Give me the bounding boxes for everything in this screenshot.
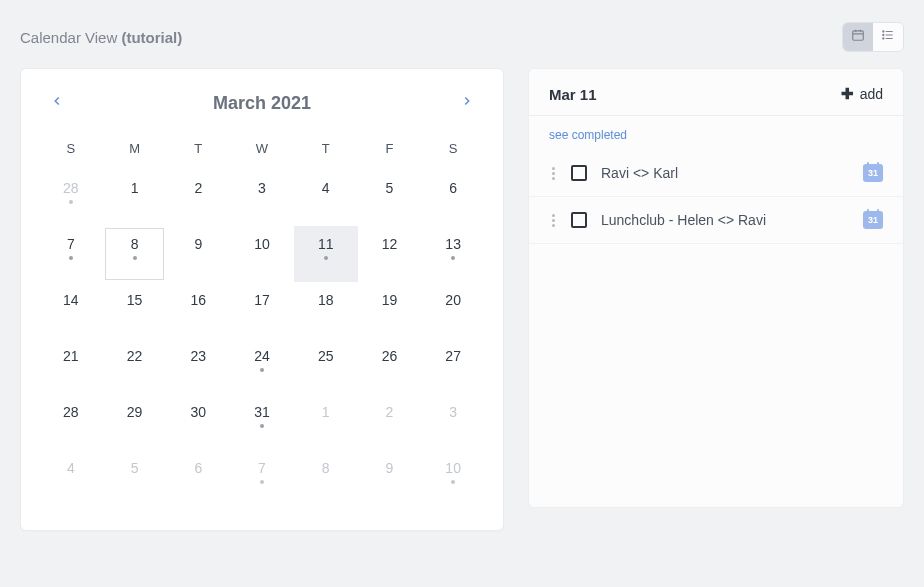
calendar-day[interactable]: 3	[421, 394, 485, 450]
calendar-day[interactable]: 18	[294, 282, 358, 338]
calendar-day[interactable]: 28	[39, 394, 103, 450]
calendar-day-number: 23	[190, 348, 206, 364]
calendar-day-number: 8	[131, 236, 139, 252]
page-title-prefix: Calendar View	[20, 29, 121, 46]
calendar-day[interactable]: 8	[103, 226, 167, 282]
calendar-day-number: 7	[258, 460, 266, 476]
calendar-day-number: 3	[449, 404, 457, 420]
view-toggle-list[interactable]	[873, 23, 903, 51]
calendar-badge-icon[interactable]: 31	[863, 211, 883, 229]
task-checkbox[interactable]	[571, 212, 587, 228]
calendar-day-number: 9	[194, 236, 202, 252]
calendar-day-number: 5	[131, 460, 139, 476]
calendar-day-number: 21	[63, 348, 79, 364]
add-task-button[interactable]: ✚ add	[841, 85, 883, 103]
event-dot-icon	[69, 200, 73, 204]
prev-month-button[interactable]	[43, 89, 71, 117]
calendar-day[interactable]: 10	[230, 226, 294, 282]
event-dot-icon	[69, 256, 73, 260]
calendar-day[interactable]: 12	[358, 226, 422, 282]
calendar-day-number: 26	[382, 348, 398, 364]
calendar-day-number: 11	[318, 236, 334, 252]
calendar-day[interactable]: 4	[39, 450, 103, 506]
calendar-day-number: 1	[131, 180, 139, 196]
calendar-day[interactable]: 13	[421, 226, 485, 282]
task-title: Ravi <> Karl	[601, 165, 849, 181]
calendar-day-number: 13	[445, 236, 461, 252]
calendar-day[interactable]: 16	[166, 282, 230, 338]
calendar-day[interactable]: 14	[39, 282, 103, 338]
calendar-day[interactable]: 27	[421, 338, 485, 394]
calendar-day[interactable]: 11	[294, 226, 358, 282]
event-dot-icon	[260, 480, 264, 484]
calendar-day-number: 17	[254, 292, 270, 308]
calendar-day-number: 8	[322, 460, 330, 476]
calendar-day[interactable]: 23	[166, 338, 230, 394]
calendar-day[interactable]: 30	[166, 394, 230, 450]
calendar-day[interactable]: 29	[103, 394, 167, 450]
calendar-day[interactable]: 31	[230, 394, 294, 450]
calendar-day[interactable]: 26	[358, 338, 422, 394]
task-checkbox[interactable]	[571, 165, 587, 181]
calendar-day[interactable]: 9	[358, 450, 422, 506]
calendar-day[interactable]: 10	[421, 450, 485, 506]
calendar-day-number: 1	[322, 404, 330, 420]
event-dot-icon	[451, 480, 455, 484]
task-row[interactable]: Ravi <> Karl31	[529, 150, 903, 197]
event-dot-icon	[260, 368, 264, 372]
calendar-day-number: 18	[318, 292, 334, 308]
calendar-day-number: 10	[445, 460, 461, 476]
selected-date-label: Mar 11	[549, 86, 597, 103]
calendar-day[interactable]: 20	[421, 282, 485, 338]
calendar-day[interactable]: 1	[103, 170, 167, 226]
svg-point-8	[883, 34, 884, 35]
calendar-day[interactable]: 1	[294, 394, 358, 450]
calendar-day[interactable]: 22	[103, 338, 167, 394]
calendar-day[interactable]: 8	[294, 450, 358, 506]
calendar-day[interactable]: 28	[39, 170, 103, 226]
calendar-day-number: 15	[127, 292, 143, 308]
calendar-day-number: 9	[386, 460, 394, 476]
calendar-day[interactable]: 4	[294, 170, 358, 226]
calendar-day-number: 12	[382, 236, 398, 252]
list-icon	[881, 28, 895, 46]
calendar-day[interactable]: 5	[103, 450, 167, 506]
calendar-day[interactable]: 19	[358, 282, 422, 338]
calendar-dow: T	[294, 131, 358, 170]
calendar-day[interactable]: 25	[294, 338, 358, 394]
calendar-badge-icon[interactable]: 31	[863, 164, 883, 182]
calendar-day[interactable]: 2	[358, 394, 422, 450]
calendar-day[interactable]: 3	[230, 170, 294, 226]
calendar-day[interactable]: 24	[230, 338, 294, 394]
svg-point-7	[883, 31, 884, 32]
calendar-day-number: 25	[318, 348, 334, 364]
calendar-day-number: 28	[63, 180, 79, 196]
calendar-day-number: 27	[445, 348, 461, 364]
drag-handle-icon[interactable]	[549, 167, 557, 180]
day-detail-panel: Mar 11 ✚ add see completed Ravi <> Karl3…	[528, 68, 904, 508]
calendar-day-number: 6	[194, 460, 202, 476]
calendar-day[interactable]: 17	[230, 282, 294, 338]
calendar-day[interactable]: 5	[358, 170, 422, 226]
view-toggle-calendar[interactable]	[843, 23, 873, 51]
chevron-left-icon	[50, 94, 64, 112]
calendar-dow: S	[39, 131, 103, 170]
calendar-day[interactable]: 7	[230, 450, 294, 506]
view-toggle	[842, 22, 904, 52]
next-month-button[interactable]	[453, 89, 481, 117]
calendar-day[interactable]: 9	[166, 226, 230, 282]
calendar-day[interactable]: 7	[39, 226, 103, 282]
calendar-dow: M	[103, 131, 167, 170]
calendar-day[interactable]: 2	[166, 170, 230, 226]
calendar-day[interactable]: 21	[39, 338, 103, 394]
task-row[interactable]: Lunchclub - Helen <> Ravi31	[529, 197, 903, 244]
page-title-suffix: (tutorial)	[121, 29, 182, 46]
calendar-day-number: 10	[254, 236, 270, 252]
calendar-day-number: 6	[449, 180, 457, 196]
calendar-day[interactable]: 6	[421, 170, 485, 226]
calendar-day[interactable]: 15	[103, 282, 167, 338]
drag-handle-icon[interactable]	[549, 214, 557, 227]
see-completed-link[interactable]: see completed	[529, 116, 903, 150]
calendar-dow: F	[358, 131, 422, 170]
calendar-day[interactable]: 6	[166, 450, 230, 506]
